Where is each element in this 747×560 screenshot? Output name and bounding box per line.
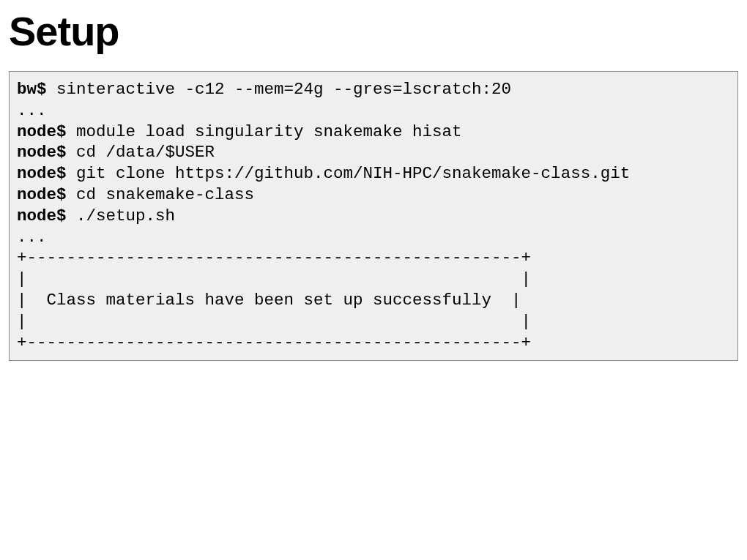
cmd-module-load: module load singularity snakemake hisat: [67, 122, 462, 141]
output-box-pad: | |: [17, 312, 531, 331]
cmd-sinteractive: sinteractive -c12 --mem=24g --gres=lscra…: [47, 80, 512, 99]
cmd-cd-class: cd snakemake-class: [67, 185, 255, 204]
prompt-node: node$: [17, 206, 67, 225]
output-box-message: | Class materials have been set up succe…: [17, 291, 521, 310]
output-ellipsis: ...: [17, 228, 47, 247]
output-box-pad: | |: [17, 269, 531, 288]
prompt-node: node$: [17, 185, 67, 204]
setup-code-block: bw$ sinteractive -c12 --mem=24g --gres=l…: [9, 71, 738, 361]
cmd-setup-sh: ./setup.sh: [67, 206, 176, 225]
prompt-node: node$: [17, 122, 67, 141]
prompt-node: node$: [17, 164, 67, 183]
prompt-node: node$: [17, 143, 67, 162]
prompt-bw: bw$: [17, 80, 47, 99]
output-box-border: +---------------------------------------…: [17, 248, 531, 267]
output-ellipsis: ...: [17, 101, 47, 120]
cmd-git-clone: git clone https://github.com/NIH-HPC/sna…: [67, 164, 631, 183]
output-box-border: +---------------------------------------…: [17, 333, 531, 352]
cmd-cd-data: cd /data/$USER: [67, 143, 215, 162]
page-title: Setup: [9, 7, 738, 55]
